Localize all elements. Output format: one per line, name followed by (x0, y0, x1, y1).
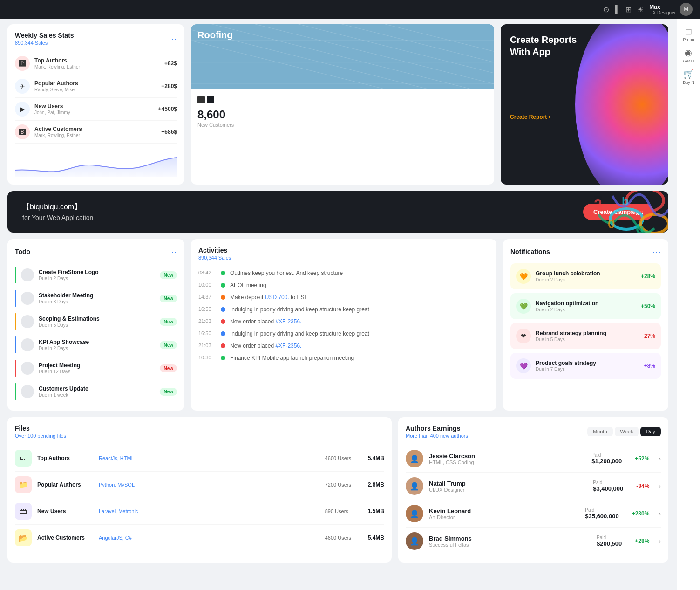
todo-list: Create FireStone Logo Due in 2 Days New … (15, 263, 177, 403)
notif-name-2: Navigation optimization (536, 300, 636, 307)
roofing-big-number: 8,600 (197, 108, 488, 121)
reports-globe (575, 24, 668, 185)
file-name-3: New Users (37, 508, 93, 515)
period-buttons: Month Week Day (587, 427, 661, 436)
activity-list: 08:42 Outlines keep you honest. And keep… (198, 267, 489, 364)
campaign-text: 【biqubiqu.com】 for Your Web Application (22, 202, 93, 221)
notif-sub-2: Due in 2 Days (536, 307, 636, 312)
author-chevron-3[interactable]: › (659, 510, 661, 517)
panel-item-2[interactable]: ◉ Get H (683, 48, 694, 63)
activities-more[interactable]: ⋯ (481, 248, 489, 259)
todo-item-1: Create FireStone Logo Due in 2 Days New (15, 263, 177, 287)
todo-bar-6 (15, 383, 16, 400)
author-role-1: HTML, CSS Coding (429, 460, 586, 465)
weekly-stats-title: Weekly Sales Stats (15, 32, 74, 39)
author-paid-label-3: Paid (585, 508, 618, 513)
activity-text-1: Outlines keep you honest. And keep struc… (230, 270, 343, 276)
todo-header: Todo ⋯ (15, 247, 177, 257)
activity-time-5: 21:03 (198, 318, 216, 324)
author-role-4: Successful Fellas (429, 542, 591, 548)
weekly-stats-more[interactable]: ⋯ (169, 34, 177, 44)
author-paid-label-4: Paid (597, 535, 622, 540)
stat-icon-new-users: ▶ (15, 102, 30, 117)
activity-dot-4 (221, 307, 225, 312)
search-icon[interactable]: ⊙ (603, 5, 609, 14)
stat-value-active-customers: +686$ (161, 129, 177, 135)
panel-item-1[interactable]: ◻ Prebu (683, 26, 694, 42)
panel-icon-3: 🛒 (683, 69, 694, 79)
file-name-1: Top Authors (37, 455, 93, 461)
todo-card: Todo ⋯ Create FireStone Logo Due in 2 Da… (7, 239, 184, 411)
author-name-3: Kevin Leonard (429, 508, 579, 515)
weekly-stats-subtitle: 890,344 Sales (15, 40, 74, 46)
activity-link-7[interactable]: #XF-2356. (275, 343, 301, 349)
notifications-card: Notifications ⋯ 🧡 Group lunch celebratio… (503, 239, 668, 411)
activities-subtitle: 890,344 Sales (198, 255, 231, 261)
notif-sub-4: Due in 7 Days (536, 367, 639, 372)
activity-link-3[interactable]: USD 700. (265, 294, 289, 301)
notif-name-4: Product goals strategy (536, 360, 639, 366)
file-users-2: 7200 Users (325, 482, 362, 487)
file-users-3: 890 Users (325, 508, 362, 514)
svg-text:2: 2 (594, 196, 602, 213)
file-size-3: 1.5MB (368, 508, 384, 515)
stat-item-new-users: ▶ New Users John, Pat, Jimmy +4500$ (15, 98, 177, 121)
panel-icon-1: ◻ (683, 26, 694, 36)
author-change-2: -34% (636, 483, 649, 489)
stat-item-top-authors: 🅿 Top Authors Mark, Rowling, Esther +82$ (15, 52, 177, 75)
grid-icon[interactable]: ⊞ (625, 5, 632, 14)
files-more[interactable]: ⋯ (376, 426, 384, 437)
file-tags-4: AngularJS, C# (99, 535, 319, 541)
todo-title: Todo (15, 248, 30, 255)
user-role: UX Designer (649, 10, 676, 15)
activity-time-7: 21:03 (198, 343, 216, 348)
activity-time-8: 10:30 (198, 355, 216, 360)
brightness-icon[interactable]: ☀ (637, 5, 644, 14)
period-day[interactable]: Day (640, 427, 661, 436)
notif-icon-4: 💜 (516, 358, 531, 373)
activity-item-1: 08:42 Outlines keep you honest. And keep… (198, 267, 489, 279)
todo-badge-5: New (160, 364, 177, 372)
campaign-decoration: 2 0 b q (529, 191, 668, 233)
stat-sub-top-authors: Mark, Rowling, Esther (34, 64, 160, 69)
todo-badge-2: New (160, 295, 177, 302)
file-item-1: 🗂 Top Authors ReactJs, HTML 4600 Users 5… (15, 445, 384, 472)
notif-value-3: -27% (642, 333, 655, 339)
stat-value-popular-authors: +280$ (161, 83, 177, 89)
file-item-4: 📂 Active Customers AngularJS, C# 4600 Us… (15, 525, 384, 551)
file-icon-2: 📁 (15, 476, 32, 493)
todo-name-2: Stakeholder Meeting (39, 292, 155, 299)
weekly-chart (15, 149, 177, 177)
notifications-header: Notifications ⋯ (510, 247, 661, 257)
activity-text-3: Make deposit USD 700. to ESL (230, 294, 307, 301)
activity-time-4: 16:50 (198, 306, 216, 312)
panel-item-3[interactable]: 🛒 Buy N (683, 69, 694, 85)
todo-badge-6: New (160, 388, 177, 396)
todo-avatar-5 (21, 362, 34, 375)
todo-bar-3 (15, 313, 16, 330)
stat-sub-popular-authors: Randy, Steve, Mike (34, 87, 156, 92)
user-info: Max UX Designer M (649, 3, 693, 16)
notif-value-1: +28% (641, 273, 655, 280)
author-chevron-2[interactable]: › (659, 482, 661, 490)
activity-link-5a[interactable]: #XF-2356. (275, 318, 301, 325)
period-month[interactable]: Month (587, 427, 613, 436)
todo-name-3: Scoping & Estimations (39, 316, 155, 322)
avatar[interactable]: M (680, 3, 693, 16)
period-week[interactable]: Week (615, 427, 639, 436)
todo-more[interactable]: ⋯ (169, 247, 177, 257)
activity-dot-5 (221, 319, 225, 324)
notifications-more[interactable]: ⋯ (652, 247, 661, 257)
file-item-2: 📁 Popular Authors Python, MySQL 7200 Use… (15, 472, 384, 498)
authors-title: Authors Earnings (406, 425, 468, 432)
activity-text-5: New order placed #XF-2356. (230, 318, 301, 325)
notif-item-3: ❤ Rebrand strategy planning Due in 5 Day… (510, 323, 661, 349)
roofing-icons (197, 96, 488, 103)
activity-item-7: 21:03 New order placed #XF-2356. (198, 340, 489, 352)
todo-item-3: Scoping & Estimations Due in 5 Days New (15, 310, 177, 333)
stat-value-top-authors: +82$ (164, 60, 177, 67)
todo-due-5: Due in 12 Days (39, 369, 155, 374)
todo-badge-4: New (160, 341, 177, 349)
author-chevron-4[interactable]: › (659, 537, 661, 545)
author-chevron-1[interactable]: › (659, 455, 661, 462)
